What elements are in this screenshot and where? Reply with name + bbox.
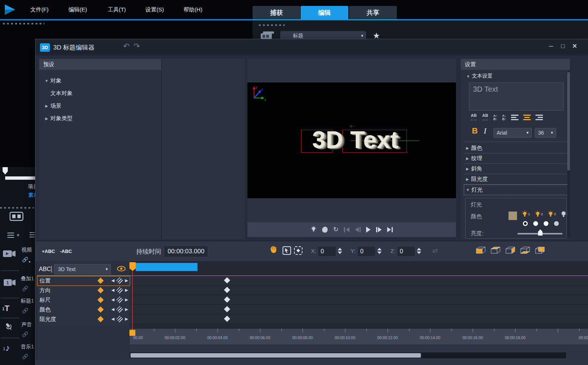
menu-file[interactable]: 文件(F) bbox=[25, 0, 54, 19]
title-text-input[interactable]: 3D Text bbox=[469, 82, 564, 111]
light-3-radio[interactable] bbox=[544, 221, 548, 226]
next-keyframe-icon[interactable]: ▶ bbox=[125, 307, 128, 312]
decrease-leading-icon[interactable]: A↓B↑ bbox=[502, 114, 506, 121]
keyframe-enable-diamond[interactable] bbox=[98, 316, 104, 322]
view-side-icon[interactable] bbox=[505, 246, 516, 256]
align-center-icon[interactable] bbox=[523, 115, 531, 120]
x-spinner[interactable] bbox=[338, 246, 342, 256]
timeline-row-color[interactable]: 颜色 ◀ ▶ bbox=[37, 305, 588, 314]
toolbar-drag-handle[interactable] bbox=[0, 207, 34, 209]
light-2-radio[interactable] bbox=[533, 221, 538, 226]
timeline-ruler[interactable]: 00.00 00:00:02.00 00:00:04.00 00:00:06.0… bbox=[130, 329, 588, 344]
keyframe-enable-diamond[interactable] bbox=[98, 277, 104, 284]
view-back-icon[interactable] bbox=[535, 246, 545, 256]
loop-playback-icon[interactable]: ↻ bbox=[333, 227, 338, 233]
y-spinner[interactable] bbox=[377, 246, 382, 256]
duration-value-field[interactable]: 00:00:03.000 bbox=[164, 246, 208, 257]
keyframe-marker[interactable] bbox=[224, 316, 230, 322]
add-text-button[interactable]: +ABC bbox=[42, 249, 55, 254]
section-texture[interactable]: ▶纹理 bbox=[464, 153, 567, 164]
voice-track-icon[interactable] bbox=[4, 322, 15, 333]
preset-gallery[interactable] bbox=[162, 59, 245, 239]
link-icon[interactable] bbox=[22, 307, 28, 315]
view-front-icon[interactable] bbox=[476, 246, 486, 256]
next-keyframe-icon[interactable]: ▶ bbox=[125, 317, 128, 321]
menu-help[interactable]: 帮助(H) bbox=[178, 0, 207, 19]
add-keyframe-icon[interactable] bbox=[116, 277, 124, 284]
prev-keyframe-icon[interactable]: ◀ bbox=[111, 307, 114, 312]
light-2-bulb-icon[interactable]: 2 bbox=[535, 210, 543, 218]
section-lighting[interactable]: ▼灯光 bbox=[464, 185, 568, 195]
light-3-bulb-icon[interactable]: 3 bbox=[548, 210, 556, 218]
link-icon[interactable]: ▼ bbox=[22, 256, 31, 264]
font-family-dropdown[interactable]: Arial ▼ bbox=[493, 128, 532, 138]
section-color[interactable]: ▶颜色 bbox=[464, 143, 567, 153]
menu-tools[interactable]: 工具(T) bbox=[102, 0, 131, 19]
preview-3d-text[interactable]: 3D Text bbox=[300, 126, 411, 153]
keyframe-enable-diamond[interactable] bbox=[98, 306, 104, 312]
timeline-hscrollbar-thumb[interactable] bbox=[131, 353, 421, 358]
prev-keyframe-icon[interactable]: ◀ bbox=[111, 297, 114, 302]
keyframe-enable-diamond[interactable] bbox=[98, 297, 104, 303]
panel-drag-handle[interactable] bbox=[3, 23, 44, 24]
playhead-line[interactable] bbox=[132, 271, 133, 330]
decrease-spacing-icon[interactable]: AB→← bbox=[482, 114, 489, 121]
add-keyframe-icon[interactable] bbox=[116, 287, 124, 294]
minimize-button[interactable]: ─ bbox=[546, 43, 556, 50]
select-tool-icon[interactable] bbox=[283, 246, 291, 255]
go-to-end-icon[interactable] bbox=[387, 227, 393, 232]
z-coordinate-field[interactable]: 0 bbox=[397, 246, 415, 257]
settings-scrollbar-thumb[interactable] bbox=[567, 72, 570, 170]
tab-capture[interactable]: 捕获 bbox=[253, 6, 300, 19]
next-frame-icon[interactable] bbox=[376, 227, 382, 232]
menu-settings[interactable]: 设置(S) bbox=[140, 0, 169, 19]
redo-icon[interactable]: ↷ bbox=[134, 43, 140, 50]
timeline-row-direction[interactable]: 方向 ◀ ▶ bbox=[37, 285, 588, 295]
x-coordinate-field[interactable]: 0 bbox=[318, 246, 336, 257]
maximize-button[interactable]: □ bbox=[558, 43, 568, 50]
z-spinner[interactable] bbox=[417, 246, 421, 256]
tree-item-object-types[interactable]: ▶ 对象类型 bbox=[43, 112, 72, 125]
section-bevel[interactable]: ▶斜角 bbox=[464, 164, 567, 174]
keyframe-marker[interactable] bbox=[224, 297, 230, 303]
keyframe-marker[interactable] bbox=[224, 306, 230, 312]
link-icon[interactable] bbox=[22, 331, 28, 339]
light-color-swatch[interactable] bbox=[508, 212, 517, 220]
add-keyframe-icon[interactable] bbox=[116, 306, 124, 313]
light-1-bulb-icon[interactable]: 1 bbox=[522, 210, 530, 218]
play-icon[interactable] bbox=[366, 227, 371, 233]
video-track-icon[interactable] bbox=[2, 249, 17, 260]
fit-view-icon[interactable] bbox=[294, 246, 303, 255]
storyboard-view-icon[interactable] bbox=[10, 211, 24, 223]
undo-icon[interactable]: ↶ bbox=[123, 43, 130, 50]
light-1-radio[interactable] bbox=[523, 221, 528, 226]
menu-edit[interactable]: 编辑(E) bbox=[63, 0, 92, 19]
close-button[interactable]: ✕ bbox=[570, 43, 579, 50]
timeline-hscrollbar[interactable] bbox=[130, 352, 566, 358]
light-toggle-icon[interactable] bbox=[311, 226, 317, 233]
list-view-icon[interactable] bbox=[30, 232, 35, 237]
reset-transform-icon[interactable]: ⇄ bbox=[432, 247, 438, 255]
3d-viewport[interactable]: y x z 3D Text bbox=[247, 82, 456, 198]
visibility-eye-icon[interactable] bbox=[117, 266, 126, 273]
link-icon[interactable] bbox=[22, 353, 28, 361]
remove-text-button[interactable]: -ABC bbox=[60, 249, 72, 254]
section-opacity[interactable]: ▶阻光度 bbox=[464, 174, 567, 185]
align-right-icon[interactable] bbox=[535, 115, 543, 120]
increase-leading-icon[interactable]: A↑B↓ bbox=[493, 114, 497, 121]
bold-button[interactable]: B bbox=[472, 126, 478, 136]
add-keyframe-icon[interactable] bbox=[116, 296, 124, 304]
view-top-icon[interactable] bbox=[490, 246, 501, 256]
prev-keyframe-icon[interactable]: ◀ bbox=[111, 317, 114, 321]
timeline-row-position[interactable]: 位置 ◀ ▶ bbox=[37, 276, 588, 285]
preview-scrubber-handle[interactable] bbox=[3, 167, 8, 175]
y-coordinate-field[interactable]: 0 bbox=[357, 246, 376, 257]
next-keyframe-icon[interactable]: ▶ bbox=[125, 297, 128, 302]
link-icon[interactable] bbox=[22, 285, 28, 293]
title-track-icon[interactable]: 1T bbox=[2, 304, 10, 313]
tree-item-text-objects[interactable]: 文本对象 bbox=[50, 87, 72, 99]
settings-scrollbar[interactable] bbox=[567, 71, 570, 238]
prev-keyframe-icon[interactable]: ◀ bbox=[111, 288, 114, 293]
timeline-row-scale[interactable]: 标尺 ◀ ▶ bbox=[37, 295, 588, 305]
dialog-title-bar[interactable]: 3D 3D 标题编辑器 ↶ ↷ ─ □ ✕ bbox=[36, 39, 588, 55]
